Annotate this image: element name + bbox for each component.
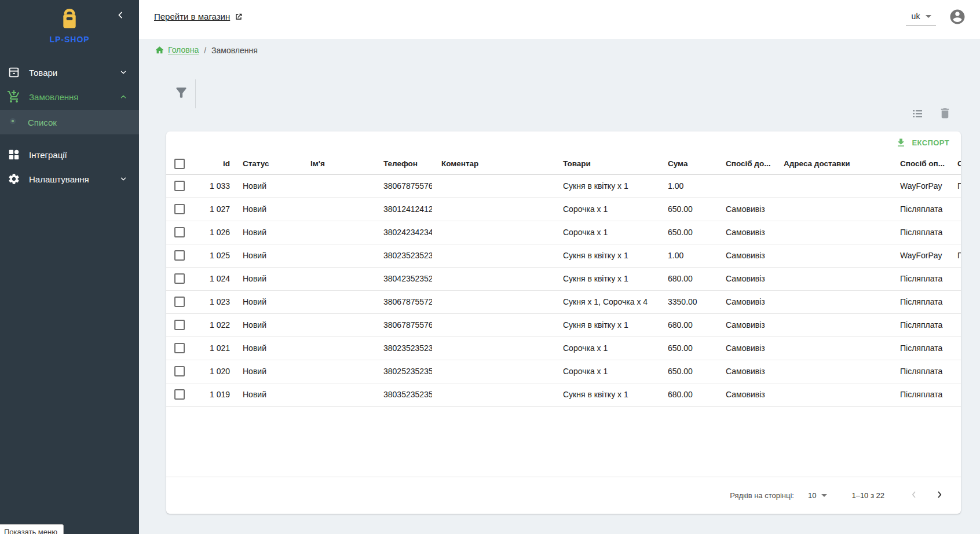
cell-products: Сукня в квітку х 1 [554, 313, 659, 337]
cell-payment_method: Післяплата [891, 360, 948, 383]
cell-phone: 380423523523 [374, 267, 432, 290]
column-header-products[interactable]: Товари [554, 153, 659, 174]
select-all-checkbox[interactable] [174, 159, 185, 169]
cell-phone: 380678755765 [374, 313, 432, 337]
column-header-comment[interactable]: Коментар [432, 153, 554, 174]
export-button[interactable]: ЕКСПОРТ [891, 135, 954, 151]
column-settings-button[interactable] [910, 107, 924, 120]
row-checkbox[interactable] [174, 343, 185, 353]
cell-products: Сорочка х 1 [554, 337, 659, 360]
shopping-bag-logo-icon [58, 22, 81, 32]
chevron-right-icon [934, 489, 945, 500]
table-row[interactable]: 1 019Новий380352352353Сукня в квітку х 1… [166, 383, 961, 406]
cell-phone: 380352352353 [374, 383, 432, 406]
previous-page-button[interactable] [909, 489, 919, 502]
sidebar-item-label: Список [28, 118, 57, 127]
user-menu-button[interactable] [949, 8, 966, 25]
table-row[interactable]: 1 021Новий380235235235Сорочка х 1650.00С… [166, 337, 961, 360]
table-row[interactable]: 1 026Новий380242342342Сорочка х 1650.00С… [166, 221, 961, 244]
cell-status: Новий [233, 267, 301, 290]
table-row[interactable]: 1 023Новий380678755722Сукня х 1, Сорочка… [166, 290, 961, 313]
column-header-delivery-address[interactable]: Адреса доставки [774, 153, 891, 174]
language-select[interactable]: uk [906, 8, 936, 25]
column-header-name[interactable]: Ім'я [301, 153, 374, 174]
row-checkbox[interactable] [174, 320, 185, 330]
go-to-store-link[interactable]: Перейти в магазин [154, 12, 243, 21]
cell-sum: 680.00 [659, 383, 716, 406]
cell-products: Сорочка х 1 [554, 221, 659, 244]
cell-payment_method: Післяплата [891, 337, 948, 360]
cell-delivery_method: Самовивіз [716, 290, 774, 313]
column-header-payment-method[interactable]: Спосіб оп... [891, 153, 948, 174]
cell-payment_method: WayForPay [891, 244, 948, 267]
sidebar-item-integrations[interactable]: Інтеграції [0, 142, 139, 167]
table-row[interactable]: 1 033Новий380678755765Сукня в квітку х 1… [166, 174, 961, 197]
cell-payment_method: Післяплата [891, 290, 948, 313]
show-menu-tooltip: Показать меню [0, 524, 64, 534]
cell-products: Сукня в квітку х 1 [554, 174, 659, 197]
cell-name [301, 290, 374, 313]
delete-button[interactable] [938, 107, 952, 120]
cell-status: Новий [233, 337, 301, 360]
cell-comment [432, 221, 554, 244]
column-header-clipped[interactable]: Ст [948, 153, 961, 174]
orders-admin-page: LP-SHOP Товари Замовлення [0, 0, 980, 534]
breadcrumb-separator: / [204, 46, 206, 55]
table-row[interactable]: 1 020Новий380252352352Сорочка х 1650.00С… [166, 360, 961, 383]
export-label: ЕКСПОРТ [912, 138, 949, 147]
column-header-delivery-method[interactable]: Спосіб до... [716, 153, 774, 174]
cell-delivery_address [774, 197, 891, 221]
cell-comment [432, 360, 554, 383]
collapse-sidebar-button[interactable] [114, 9, 127, 23]
column-header-id[interactable]: id [192, 153, 233, 174]
cell-delivery_address [774, 360, 891, 383]
cell-comment [432, 197, 554, 221]
sidebar-item-orders[interactable]: Замовлення [0, 85, 139, 109]
row-checkbox[interactable] [174, 366, 185, 376]
row-checkbox[interactable] [174, 204, 185, 214]
sidebar-item-products[interactable]: Товари [0, 60, 139, 85]
table-row[interactable]: 1 024Новий380423523523Сукня в квітку х 1… [166, 267, 961, 290]
cell-name [301, 244, 374, 267]
column-header-phone[interactable]: Телефон [374, 153, 432, 174]
table-row[interactable]: 1 022Новий380678755765Сукня в квітку х 1… [166, 313, 961, 337]
home-icon [155, 45, 164, 55]
column-header-sum[interactable]: Сума [659, 153, 716, 174]
cell-extra [948, 290, 961, 313]
rows-per-page-select[interactable]: 10 [808, 491, 827, 500]
sidebar-item-settings[interactable]: Налаштування [0, 167, 139, 191]
cell-payment_method: WayForPay [891, 174, 948, 197]
breadcrumb-home-link[interactable]: Головна [155, 45, 199, 55]
cell-delivery_method: Самовивіз [716, 360, 774, 383]
cell-payment_method: Післяплата [891, 197, 948, 221]
cell-payment_method: Післяплата [891, 383, 948, 406]
orders-table-body: 1 033Новий380678755765Сукня в квітку х 1… [166, 174, 961, 406]
cell-extra [948, 383, 961, 406]
pagination: Рядків на сторінці: 10 1–10 з 22 [166, 477, 961, 514]
cell-status: Новий [233, 197, 301, 221]
column-header-status[interactable]: Статус [233, 153, 301, 174]
row-checkbox[interactable] [174, 297, 185, 307]
row-checkbox[interactable] [174, 273, 185, 284]
cell-sum: 650.00 [659, 221, 716, 244]
row-checkbox[interactable] [174, 227, 185, 237]
cell-extra [948, 267, 961, 290]
grid-actions [897, 107, 952, 120]
sidebar-item-orders-list[interactable]: Список [0, 110, 139, 134]
table-row[interactable]: 1 027Новий380124124124Сорочка х 1650.00С… [166, 197, 961, 221]
pagination-range: 1–10 з 22 [851, 491, 884, 500]
row-checkbox[interactable] [174, 250, 185, 261]
cell-comment [432, 290, 554, 313]
breadcrumb-home-label[interactable]: Головна [168, 45, 199, 55]
filter-button[interactable] [174, 85, 189, 100]
next-page-button[interactable] [934, 489, 945, 502]
breadcrumb: Головна / Замовлення [155, 45, 258, 55]
table-row[interactable]: 1 025Новий380235235235Сукня в квітку х 1… [166, 244, 961, 267]
cell-id: 1 020 [192, 360, 233, 383]
chevron-down-icon [119, 175, 127, 183]
download-icon [895, 137, 906, 148]
funnel-icon [174, 85, 189, 100]
row-checkbox[interactable] [174, 181, 185, 191]
cell-status: Новий [233, 290, 301, 313]
row-checkbox[interactable] [174, 389, 185, 400]
